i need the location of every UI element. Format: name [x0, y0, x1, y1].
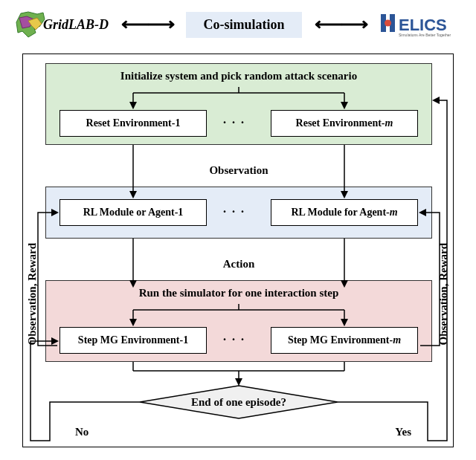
helics-icon: ELICS Simulations Are Better Together [379, 10, 461, 39]
reset-env-1-box: Reset Environment-1 [60, 110, 207, 137]
rl-block: RL Module or Agent-1 · · · RL Module for… [45, 187, 432, 239]
double-arrow-icon: ⟵⟶ [121, 13, 173, 36]
yes-label: Yes [395, 426, 411, 438]
svg-text:ELICS: ELICS [399, 16, 447, 34]
initialize-block: Initialize system and pick random attack… [45, 63, 432, 145]
simulator-title: Run the simulator for one interaction st… [46, 281, 431, 302]
reset-env-m-box: Reset Environment-m [271, 110, 418, 137]
action-label: Action [194, 258, 283, 271]
svg-text:Simulations Are Better Togethe: Simulations Are Better Together [399, 33, 451, 37]
step-env-1-box: Step MG Environment-1 [60, 327, 207, 354]
svg-point-3 [385, 20, 391, 27]
cosimulation-box: Co-simulation [186, 12, 301, 38]
initialize-title: Initialize system and pick random attack… [46, 64, 431, 85]
step-env-m-box: Step MG Environment-m [271, 327, 418, 354]
rl-agent-1-box: RL Module or Agent-1 [60, 199, 207, 226]
main-frame: Observation, Reward Observation, Reward … [22, 54, 454, 447]
side-label-left: Observation, Reward [26, 243, 39, 346]
dots-icon: · · · [223, 116, 245, 129]
gridlab-logo: GridLAB-D [15, 10, 109, 39]
dots-icon: · · · [223, 333, 245, 346]
observation-label: Observation [194, 164, 283, 177]
helics-logo: ELICS Simulations Are Better Together [379, 10, 461, 39]
decision-diamond: End of one episode? [137, 384, 341, 420]
rl-agent-m-box: RL Module for Agent-m [271, 199, 418, 226]
top-row: GridLAB-D ⟵⟶ Co-simulation ⟵⟶ ELICS Simu… [7, 7, 469, 42]
dots-icon: · · · [223, 205, 245, 218]
side-label-right: Observation, Reward [437, 243, 450, 346]
simulator-block: Run the simulator for one interaction st… [45, 280, 432, 362]
decision-text: End of one episode? [137, 384, 341, 420]
gridlab-brand-text: GridLAB-D [43, 17, 109, 33]
double-arrow-icon: ⟵⟶ [315, 13, 367, 36]
no-label: No [75, 426, 89, 438]
gridlab-map-icon [15, 10, 46, 39]
